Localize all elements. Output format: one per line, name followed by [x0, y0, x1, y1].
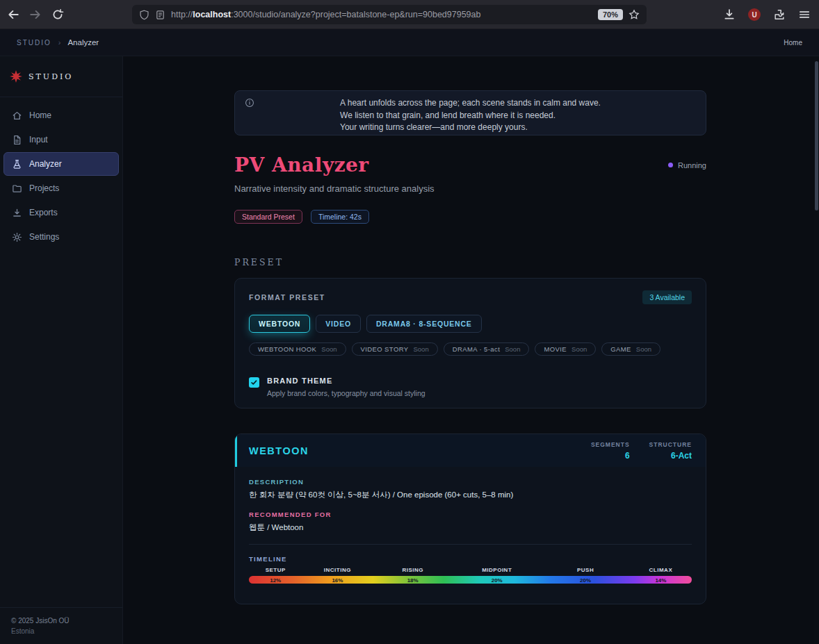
copyright-text: © 2025 JsisOn OÜ: [11, 616, 111, 626]
soon-tag: Soon: [571, 345, 587, 353]
brand-theme-description: Apply brand colors, typography and visua…: [267, 389, 425, 397]
webtoon-card-title: WEBTOON: [249, 445, 309, 456]
segments-value: 6: [591, 451, 630, 461]
segments-label: SEGMENTS: [591, 441, 630, 448]
structure-label: STRUCTURE: [649, 441, 692, 448]
sidebar-item-analyzer[interactable]: Analyzer: [3, 152, 119, 176]
brand-theme-checkbox[interactable]: [249, 377, 259, 388]
segment-label: MIDPOINT: [453, 567, 541, 573]
recommended-label: RECOMMENDED FOR: [249, 511, 692, 518]
soon-pill-label: WEBTOON HOOK: [258, 345, 316, 353]
webtoon-card: WEBTOON SEGMENTS 6 STRUCTURE 6-Act DESCR…: [234, 434, 706, 604]
structure-value: 6-Act: [649, 451, 692, 461]
soon-tag: Soon: [505, 345, 520, 353]
segment-label: PUSH: [541, 567, 629, 573]
segment-label: CLIMAX: [630, 567, 692, 573]
page-subtitle: Narrative intensity and dramatic structu…: [234, 183, 706, 194]
info-icon: [245, 98, 254, 108]
soon-pill-movie[interactable]: MOVIE Soon: [535, 342, 596, 356]
app-logo[interactable]: STUDIO: [0, 56, 122, 97]
soon-tag: Soon: [321, 345, 336, 353]
segment-percent: 12%: [249, 577, 302, 584]
info-banner: A heart unfolds across the page; each sc…: [234, 90, 706, 135]
downloads-icon[interactable]: [723, 8, 736, 21]
menu-hamburger-icon[interactable]: [798, 8, 811, 21]
timeline-badge: Timeline: 42s: [311, 210, 369, 224]
format-button-drama8[interactable]: DRAMA8 · 8-SEQUENCE: [366, 315, 482, 333]
format-preset-title: FORMAT PRESET: [249, 293, 325, 302]
sidebar-item-label: Input: [29, 135, 48, 145]
soon-pill-game[interactable]: GAME Soon: [601, 342, 660, 356]
url-host: localhost: [193, 10, 231, 19]
flask-icon: [12, 159, 22, 170]
soon-pill-video-story[interactable]: VIDEO STORY Soon: [352, 342, 438, 356]
format-button-webtoon[interactable]: WEBTOON: [249, 315, 310, 333]
banner-line: Your writing turns clearer—and more deep…: [340, 122, 601, 134]
bookmark-star-icon[interactable]: [629, 9, 640, 20]
soon-pill-group: WEBTOON HOOK Soon VIDEO STORY Soon DRAMA…: [249, 342, 692, 356]
page-scrollbar[interactable]: [814, 56, 819, 644]
back-icon[interactable]: [7, 8, 19, 21]
recommended-text: 웹툰 / Webtoon: [249, 522, 692, 533]
soon-pill-label: DRAMA · 5-act: [453, 345, 501, 353]
brand-theme-label: BRAND THEME: [267, 377, 425, 385]
url-scheme: http://: [171, 10, 193, 19]
page-title: PV Analyzer: [234, 154, 369, 176]
breadcrumb-app[interactable]: STUDIO: [17, 39, 51, 47]
zoom-indicator[interactable]: 70%: [598, 9, 623, 20]
ublock-extension-icon[interactable]: U: [748, 8, 761, 21]
status-label: Running: [678, 161, 706, 170]
url-bar[interactable]: http://localhost:3000/studio/analyze?pro…: [132, 5, 647, 24]
status-indicator: Running: [668, 161, 706, 170]
main-area: A heart unfolds across the page; each sc…: [123, 56, 819, 644]
segments-stat: SEGMENTS 6: [591, 441, 630, 461]
home-link[interactable]: Home: [784, 39, 802, 47]
structure-stat: STRUCTURE 6-Act: [649, 441, 692, 461]
soon-pill-label: VIDEO STORY: [361, 345, 409, 353]
sidebar-item-input[interactable]: Input: [3, 128, 119, 151]
timeline-segment-push: PUSH 20%: [541, 567, 629, 591]
app-top-bar: STUDIO › Analyzer Home: [0, 29, 819, 56]
scrollbar-thumb[interactable]: [815, 61, 818, 210]
forward-icon[interactable]: [29, 8, 42, 21]
banner-line: We listen to that grain, and lend breath…: [340, 110, 601, 122]
timeline-bar: SETUP 12% INCITING 16% RISING 18% MIDPOI…: [249, 567, 692, 591]
breadcrumb-separator: ›: [58, 38, 61, 47]
sidebar-item-exports[interactable]: Exports: [3, 201, 119, 224]
preset-badge: Standard Preset: [234, 210, 302, 224]
description-text: 한 회차 분량 (약 60컷 이상, 5~8분 서사) / One episod…: [249, 490, 692, 500]
soon-tag: Soon: [414, 345, 429, 353]
extensions-puzzle-icon[interactable]: [773, 8, 786, 21]
format-button-group: WEBTOON VIDEO DRAMA8 · 8-SEQUENCE: [249, 315, 692, 333]
sidebar-item-home[interactable]: Home: [3, 104, 119, 127]
timeline-segment-setup: SETUP 12%: [249, 567, 302, 591]
description-label: DESCRIPTION: [249, 478, 692, 486]
soon-tag: Soon: [636, 345, 651, 353]
location-text: Estonia: [11, 626, 111, 636]
brand-theme-row: BRAND THEME Apply brand colors, typograp…: [249, 377, 692, 397]
shield-icon[interactable]: [139, 10, 149, 20]
timeline-segment-climax: CLIMAX 14%: [630, 567, 692, 591]
page-info-icon[interactable]: [155, 10, 165, 20]
format-button-video[interactable]: VIDEO: [316, 315, 361, 333]
segment-label: RISING: [373, 567, 453, 573]
reload-icon[interactable]: [51, 8, 64, 21]
sidebar-item-settings[interactable]: Settings: [3, 225, 119, 249]
gear-icon: [12, 232, 22, 242]
sidebar-item-label: Home: [29, 110, 51, 120]
folder-icon: [12, 183, 22, 194]
soon-pill-label: MOVIE: [544, 345, 567, 353]
segment-label: INCITING: [302, 567, 373, 573]
soon-pill-webtoon-hook[interactable]: WEBTOON HOOK Soon: [249, 342, 346, 356]
logo-text: STUDIO: [29, 72, 73, 81]
soon-pill-label: GAME: [610, 345, 631, 353]
segment-label: SETUP: [249, 567, 302, 573]
format-preset-card: FORMAT PRESET 3 Available WEBTOON VIDEO …: [234, 278, 706, 408]
timeline-label: TIMELINE: [249, 555, 692, 563]
sidebar-nav: Home Input Analyzer Projects Exports: [0, 97, 122, 255]
sidebar-item-label: Projects: [29, 183, 59, 193]
segment-percent: 18%: [373, 577, 453, 584]
sidebar-item-projects[interactable]: Projects: [3, 176, 119, 200]
segment-percent: 20%: [453, 577, 541, 584]
soon-pill-drama-5act[interactable]: DRAMA · 5-act Soon: [444, 342, 530, 356]
